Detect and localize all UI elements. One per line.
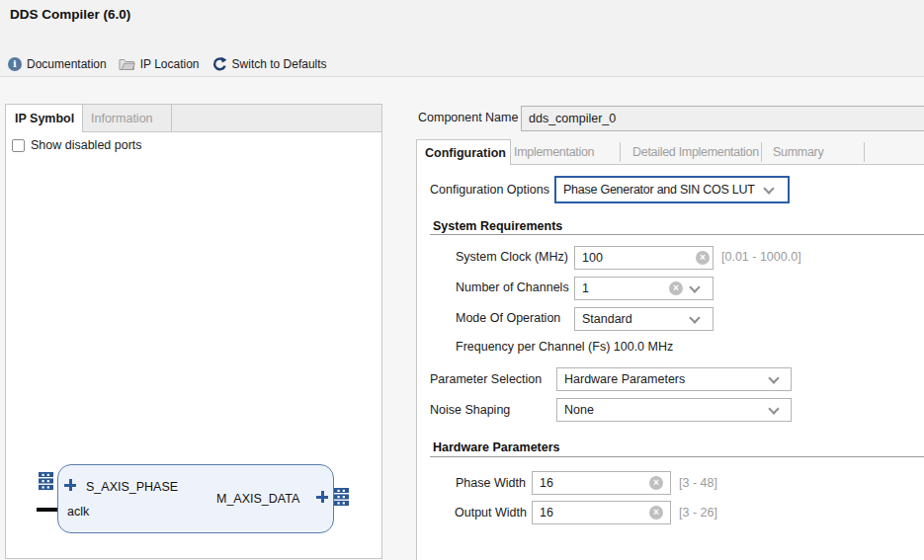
output-width-value: 16: [540, 506, 553, 520]
component-name-field[interactable]: dds_compiler_0: [521, 106, 924, 131]
phase-width-range-hint: [3 - 48]: [679, 476, 717, 490]
configuration-panel: Implementation Detailed Implementation S…: [416, 139, 924, 560]
system-requirements-title: System Requirements: [433, 219, 562, 233]
output-width-range-hint: [3 - 26]: [679, 506, 717, 520]
noise-shaping-dropdown[interactable]: None: [556, 398, 792, 422]
ip-location-label: IP Location: [140, 57, 200, 71]
parameter-selection-dropdown[interactable]: Hardware Parameters: [556, 367, 792, 391]
port-s-axis-phase: S_AXIS_PHASE: [86, 480, 178, 494]
number-of-channels-combo[interactable]: 1 ×: [574, 277, 714, 300]
tab-implementation[interactable]: Implementation: [514, 145, 594, 159]
number-of-channels-label: Number of Channels: [456, 280, 569, 294]
noise-shaping-label: Noise Shaping: [430, 403, 510, 417]
port-aclk: aclk: [67, 505, 89, 519]
tab-separator: [620, 142, 621, 162]
expand-m-axis-data-icon[interactable]: [316, 491, 328, 503]
show-disabled-ports-checkbox[interactable]: [12, 139, 25, 152]
noise-shaping-value: None: [564, 403, 594, 417]
port-m-axis-data: M_AXIS_DATA: [216, 492, 299, 506]
tab-separator: [864, 142, 865, 162]
mode-of-operation-value: Standard: [582, 312, 632, 326]
aclk-port-stub: [37, 508, 57, 512]
component-name-label: Component Name: [418, 111, 518, 124]
chevron-down-icon: [768, 403, 779, 414]
hardware-parameters-title: Hardware Parameters: [433, 440, 560, 454]
mode-of-operation-dropdown[interactable]: Standard: [574, 307, 714, 331]
system-clock-range-hint: [0.01 - 1000.0]: [721, 250, 801, 264]
left-tab-separator: [171, 105, 172, 132]
section-divider: [430, 456, 924, 457]
folder-icon: [119, 57, 135, 71]
tab-configuration[interactable]: Configuration: [416, 139, 511, 165]
show-disabled-ports-label: Show disabled ports: [31, 138, 142, 152]
show-disabled-ports-row[interactable]: Show disabled ports: [12, 138, 142, 152]
documentation-label: Documentation: [27, 57, 107, 71]
ip-location-button[interactable]: IP Location: [119, 57, 200, 71]
tab-detailed-implementation[interactable]: Detailed Implementation: [632, 145, 759, 159]
ip-customize-dialog: DDS Compiler (6.0) i Documentation IP Lo…: [0, 0, 924, 560]
configuration-options-value: Phase Generator and SIN COS LUT: [563, 183, 755, 197]
bus-interface-icon-right: [334, 488, 349, 506]
tab-summary[interactable]: Summary: [773, 145, 823, 159]
component-name-value: dds_compiler_0: [529, 112, 616, 125]
configuration-options-label: Configuration Options: [430, 183, 549, 197]
refresh-icon: [211, 56, 227, 72]
ip-symbol-block: S_AXIS_PHASE aclk M_AXIS_DATA: [57, 464, 334, 533]
toolbar: i Documentation IP Location Switch to De…: [8, 55, 327, 73]
system-clock-field[interactable]: 100 ×: [574, 246, 714, 270]
bus-interface-icon-left: [39, 472, 53, 490]
clear-icon[interactable]: ×: [669, 281, 683, 295]
tab-ip-symbol[interactable]: IP Symbol: [6, 105, 83, 132]
output-width-label: Output Width: [455, 506, 527, 520]
switch-to-defaults-label: Switch to Defaults: [232, 57, 327, 71]
chevron-down-icon: [689, 281, 700, 292]
system-clock-value: 100: [582, 251, 603, 265]
clear-icon[interactable]: ×: [649, 476, 663, 490]
configuration-options-dropdown[interactable]: Phase Generator and SIN COS LUT: [554, 176, 790, 203]
configuration-tab-content: Configuration Options Phase Generator an…: [416, 165, 924, 560]
chevron-down-icon: [689, 312, 700, 323]
number-of-channels-value: 1: [582, 281, 589, 295]
info-icon: i: [8, 57, 22, 71]
section-divider: [430, 234, 924, 235]
dialog-title: DDS Compiler (6.0): [10, 7, 130, 22]
expand-s-axis-phase-icon[interactable]: [64, 479, 76, 491]
ip-symbol-panel: IP Symbol Information Show disabled port…: [5, 104, 382, 559]
clear-icon[interactable]: ×: [696, 251, 710, 265]
tab-information[interactable]: Information: [91, 105, 153, 132]
parameter-selection-label: Parameter Selection: [430, 372, 542, 386]
phase-width-field[interactable]: 16 ×: [532, 471, 671, 495]
clear-icon[interactable]: ×: [649, 506, 663, 520]
chevron-down-icon: [763, 183, 774, 194]
system-clock-label: System Clock (MHz): [456, 250, 568, 264]
phase-width-label: Phase Width: [456, 476, 526, 490]
frequency-per-channel-note: Frequency per Channel (Fs) 100.0 MHz: [456, 340, 673, 354]
mode-of-operation-label: Mode Of Operation: [456, 311, 560, 325]
tab-separator: [761, 142, 762, 162]
parameter-selection-value: Hardware Parameters: [564, 372, 685, 386]
switch-to-defaults-button[interactable]: Switch to Defaults: [211, 56, 327, 72]
chevron-down-icon: [768, 372, 779, 383]
phase-width-value: 16: [540, 476, 553, 490]
documentation-button[interactable]: i Documentation: [8, 57, 107, 71]
output-width-field[interactable]: 16 ×: [532, 501, 671, 524]
